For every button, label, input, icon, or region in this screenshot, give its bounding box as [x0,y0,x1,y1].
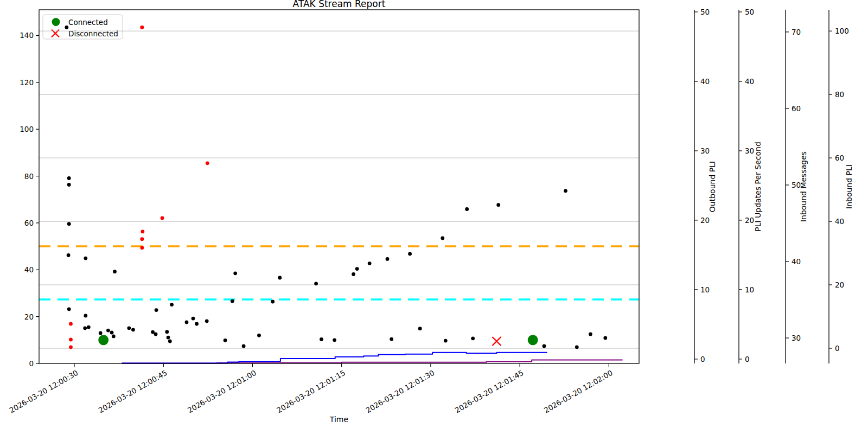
y-tick-label: 0 [29,359,34,368]
data-point [603,336,607,340]
data-point [99,331,103,335]
chart-figure: ConnectedDisconnected0204060801001201402… [0,0,868,434]
data-point [84,257,87,260]
data-point [496,203,500,207]
data-point [67,253,71,257]
data-point [131,328,135,331]
data-point [444,339,448,343]
y-tick-label: 20 [24,312,34,321]
data-point [112,335,116,339]
data-point [257,334,261,337]
y-tick-label: 40 [24,265,34,274]
data-point [418,327,422,330]
data-point [278,276,282,280]
data-point [69,338,73,342]
axis-tick-label: 40 [792,257,801,266]
data-point [106,329,110,333]
data-point [390,337,393,341]
data-point [141,230,145,234]
data-point [320,337,323,341]
data-point [542,344,546,348]
legend: ConnectedDisconnected [43,15,123,39]
data-point [192,317,195,321]
axis-tick-label: 70 [792,28,801,36]
data-point [69,322,73,326]
axis-tick-label: 50 [745,8,754,16]
data-point [140,25,144,29]
data-point [140,237,144,241]
y-tick-label: 80 [24,172,34,181]
data-point [67,176,71,180]
axis-title: Inbound Messages [799,151,808,222]
data-point [408,252,412,256]
connected-marker [528,335,538,345]
axis-tick-label: 10 [700,285,710,294]
connected-marker [98,335,108,345]
data-point [352,272,355,276]
legend-connected-label: Connected [68,18,108,27]
axis-tick-label: 100 [835,27,849,35]
y-tick-label: 140 [20,31,34,40]
data-point [84,314,87,318]
data-point [355,267,359,271]
data-point [127,326,131,330]
data-point [471,336,475,340]
data-point [170,303,174,307]
data-point [185,321,189,324]
axis-tick-label: 0 [835,344,840,353]
data-point [140,246,144,250]
y-tick-label: 60 [24,219,34,227]
data-point [161,216,164,220]
data-point [271,300,275,304]
axis-tick-label: 80 [835,90,844,99]
data-point [165,330,169,334]
data-point [167,336,170,340]
data-point [242,344,246,348]
axis-title: Outbound PLI [708,161,717,212]
data-point [224,339,227,342]
data-point [155,308,158,312]
data-point [564,189,567,193]
data-point [575,345,579,349]
data-point [83,326,87,330]
legend-connected-icon [52,18,60,26]
figure-background [0,0,868,434]
data-point [67,307,71,311]
axis-tick-label: 10 [745,285,754,294]
data-point [168,340,172,343]
axis-tick-label: 50 [700,8,710,16]
axis-tick-label: 20 [700,216,710,225]
x-axis-label: Time [329,415,348,424]
data-point [231,299,234,303]
data-point [589,333,592,336]
data-point [67,222,71,226]
y-tick-label: 100 [20,125,34,133]
data-point [113,270,117,273]
axis-tick-label: 20 [745,216,754,225]
axis-tick-label: 60 [792,104,801,113]
chart-title: ATAK Stream Report [293,0,386,9]
axis-tick-label: 30 [745,146,754,155]
y-tick-label: 120 [20,78,34,87]
axis-tick-label: 40 [700,77,710,86]
data-point [206,161,209,165]
axis-title: Inbound PLI [845,164,853,209]
atak-stream-report-chart: ConnectedDisconnected0204060801001201402… [0,0,868,434]
data-point [110,331,114,335]
data-point [368,261,372,265]
axis-tick-label: 40 [745,77,754,86]
axis-tick-label: 0 [700,355,705,363]
data-point [233,271,237,275]
data-point [333,338,336,342]
legend-disconnected-label: Disconnected [68,29,118,38]
axis-tick-label: 40 [835,217,844,226]
data-point [205,319,209,323]
axis-tick-label: 20 [835,280,844,289]
data-point [65,25,68,29]
data-point [441,237,444,240]
data-point [465,207,469,211]
data-point [67,183,71,187]
data-point [314,282,318,285]
axis-title: PLI Updates Per Second [754,142,762,232]
data-point [195,322,199,326]
